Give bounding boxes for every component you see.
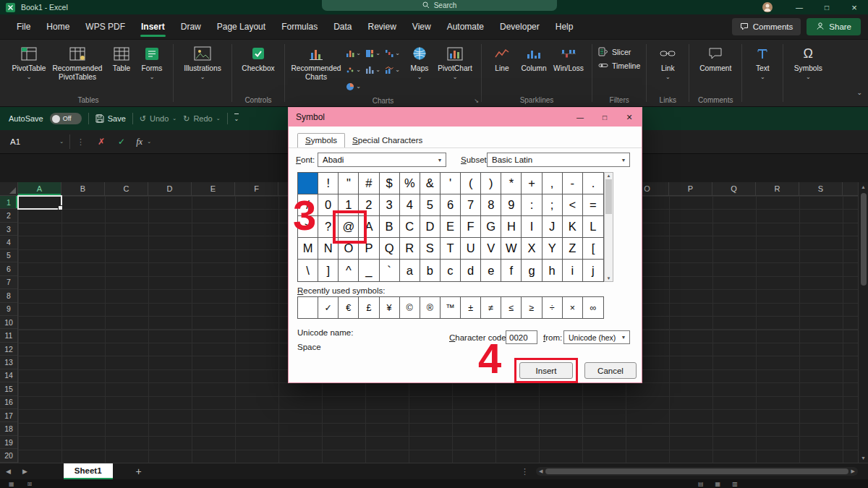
symbol-cell[interactable]: c [441,260,461,281]
column-header[interactable]: F [235,182,278,195]
recent-symbol-cell[interactable]: ≠ [481,297,501,318]
comments-button[interactable]: Comments [732,18,801,35]
page-layout-view-icon[interactable]: ▦ [715,481,721,487]
illustrations-button[interactable]: Illustrations ⌄ [179,42,226,94]
row-header[interactable]: 20 [0,449,17,462]
autosave-toggle[interactable]: Off [50,113,82,124]
vertical-scrollbar[interactable]: ▲ ▼ [858,182,868,463]
symbol-cell[interactable]: H [501,216,522,238]
row-header[interactable]: 15 [0,382,17,395]
column-header[interactable]: C [105,182,148,195]
row-header[interactable]: 1 [0,196,17,209]
horizontal-scrollbar[interactable]: ◀ ▶ [536,467,858,476]
scroll-up-icon[interactable]: ▲ [861,182,866,192]
scroll-right-icon[interactable]: ▶ [851,468,855,474]
dialog-minimize-icon[interactable]: — [568,108,592,127]
symbol-cell[interactable]: ; [542,194,563,216]
recent-symbol-cell[interactable]: ± [461,297,481,318]
recent-symbol-cell[interactable]: ✓ [318,297,339,318]
sparkline-column-button[interactable]: Column [516,42,551,94]
slicer-button[interactable]: Slicer [598,47,640,56]
symbol-cell[interactable]: g [522,260,542,281]
symbol-cell[interactable]: G [481,216,501,238]
symbol-cell[interactable]: B [380,216,400,238]
ribbon-tab[interactable]: Help [548,14,582,40]
timeline-button[interactable]: Timeline [598,61,640,70]
page-break-view-icon[interactable]: ▥ [732,481,738,487]
collapse-ribbon-icon[interactable]: ⌄ [856,89,862,96]
symbol-cell[interactable]: f [501,260,522,281]
symbol-cell[interactable]: R [400,238,420,260]
symbol-scroll-thumb[interactable] [605,179,612,214]
scroll-up-icon[interactable]: ▲ [607,174,611,178]
row-header[interactable]: 10 [0,316,17,329]
row-header[interactable]: 3 [0,223,17,236]
row-header[interactable]: 18 [0,422,17,435]
column-header[interactable]: D [148,182,192,195]
horizontal-scroll-thumb[interactable] [545,468,848,474]
save-button[interactable]: Save [95,114,126,123]
ribbon-tab[interactable]: Draw [173,14,209,40]
table-button[interactable]: Table [106,42,137,94]
ribbon-tab[interactable]: Developer [492,14,548,40]
pivotchart-button[interactable]: PivotChart ⌄ [435,42,475,95]
search-box[interactable]: Search [322,0,557,11]
recommended-charts-button[interactable]: Recommended Charts [291,42,341,95]
recent-symbol-cell[interactable] [298,297,318,318]
recent-symbol-cell[interactable]: ¥ [380,297,400,318]
insert-function-button[interactable]: fx [136,137,142,147]
symbol-cell[interactable]: Z [563,238,583,260]
hierarchy-chart-button[interactable]: ⌄ [363,45,383,61]
sheetbar-overflow-icon[interactable]: ⋮ [521,467,529,476]
symbol-cell[interactable]: + [522,173,542,194]
scroll-down-icon[interactable]: ▼ [607,276,611,281]
customize-qat-icon[interactable]: ⌄ [234,114,239,123]
row-header[interactable]: 13 [0,356,17,369]
symbol-cell[interactable]: ] [318,260,339,281]
dialog-maximize-icon[interactable]: □ [592,108,617,127]
symbol-cell[interactable]: \ [298,260,318,281]
recent-symbol-cell[interactable]: ≥ [522,297,542,318]
ribbon-tab[interactable]: Home [38,14,77,40]
row-header[interactable]: 7 [0,276,17,289]
symbol-cell[interactable]: ^ [339,260,359,281]
symbol-cell[interactable]: C [400,216,420,238]
symbol-cell[interactable]: Y [542,238,563,260]
maps-button[interactable]: Maps ⌄ [404,42,435,95]
symbol-cell[interactable]: b [420,260,441,281]
ribbon-tab[interactable]: File [9,14,38,40]
cancel-entry-button[interactable]: ✗ [98,137,105,147]
symbol-cell[interactable]: : [522,194,542,216]
symbol-cell[interactable]: h [542,260,563,281]
symbol-cell[interactable]: & [420,173,441,194]
column-header[interactable]: A [18,182,61,195]
symbol-cell[interactable]: " [339,173,359,194]
waterfall-chart-button[interactable]: ⌄ [383,45,402,61]
symbol-cell[interactable]: X [522,238,542,260]
symbol-cell[interactable]: 7 [461,194,481,216]
symbol-cell[interactable]: J [542,216,563,238]
undo-button[interactable]: ↺ Undo ⌄ [140,114,176,124]
character-code-input[interactable]: 0020 [506,330,537,344]
symbol-cell[interactable]: . [583,173,603,194]
symbol-cell[interactable]: ' [441,173,461,194]
recent-symbol-cell[interactable]: £ [359,297,379,318]
symbol-cell[interactable]: Q [380,238,400,260]
symbol-cell[interactable]: U [461,238,481,260]
share-button[interactable]: Share [807,18,861,35]
symbol-cell[interactable]: [ [583,238,603,260]
column-header[interactable]: S [799,182,843,195]
recommended-pivottables-button[interactable]: Recommended PivotTables [48,42,106,94]
recent-symbol-cell[interactable]: © [400,297,420,318]
row-header[interactable]: 14 [0,369,17,382]
symbols-button[interactable]: Ω Symbols ⌄ [789,42,827,94]
symbol-cell[interactable]: a [400,260,420,281]
symbol-cell[interactable]: V [481,238,501,260]
cancel-button[interactable]: Cancel [584,362,637,379]
symbol-cell[interactable]: 4 [400,194,420,216]
next-sheet-icon[interactable]: ▶ [17,468,33,475]
column-header[interactable]: B [61,182,105,195]
comment-button[interactable]: Comment [695,42,736,94]
row-header[interactable]: 5 [0,249,17,262]
symbol-cell[interactable]: $ [380,173,400,194]
